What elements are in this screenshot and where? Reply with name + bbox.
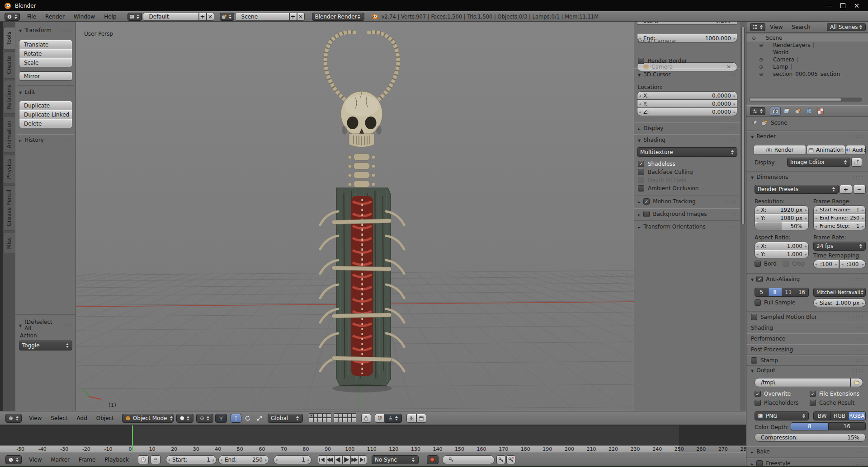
opengl-render-button[interactable] [406,414,416,423]
shading-mode-dropdown[interactable]: Multitexture [637,147,737,157]
panel-header-transform[interactable]: Transform [19,27,72,33]
outliner-hscrollbar-track[interactable] [749,98,862,102]
aspect-x-field[interactable]: X:1.000 [755,242,809,250]
panel-header-background-images[interactable]: Background Images [638,211,737,217]
output-option-file-extensions[interactable]: File Extensions [810,391,866,397]
shelf-tab-misc[interactable]: Misc [4,233,15,254]
close-button[interactable]: ✕ [852,2,862,10]
renderability-camera-icon[interactable] [859,64,864,70]
layer-cell-10[interactable] [352,418,356,422]
render-presets-dropdown[interactable]: Render Presets [755,185,839,194]
panel-drag-dots[interactable] [61,323,72,327]
layer-cell-7[interactable] [313,418,318,422]
maximize-button[interactable] [840,3,845,8]
view3d-menu-select[interactable]: Select [46,415,72,421]
panel-drag-dots[interactable] [852,315,864,319]
layer-cell-9[interactable] [322,418,327,422]
sampled-motion-blur-checkbox[interactable] [751,314,757,320]
motion-tracking-checkbox[interactable] [643,198,650,205]
transform-translate-button[interactable]: Translate [19,40,72,49]
n-panel-scrollbar-thumb[interactable] [741,26,745,225]
panel-header-stamp[interactable]: Stamp [746,355,868,366]
render-button[interactable]: Render [754,145,806,155]
time-remap-new-field[interactable]: :100 [840,260,866,268]
panel-drag-dots[interactable] [852,449,864,454]
cursor-location-x-field[interactable]: X:0.0000 [637,91,737,100]
border-checkbox[interactable] [755,261,761,267]
aa-samples-option-11[interactable]: 11 [782,288,796,297]
placeholders-checkbox[interactable] [755,400,761,406]
edit-duplicate-linked-button[interactable]: Duplicate Linked [19,110,72,119]
panel-drag-dots[interactable] [61,28,72,33]
clear-camera-icon[interactable]: ✕ [726,64,731,70]
av-sync-dropdown[interactable]: No Sync [372,455,419,464]
frame-rate-dropdown[interactable]: 24 fps [813,242,866,251]
shelf-tab-create[interactable]: Create [4,51,15,79]
layer-cell-8[interactable] [318,418,322,422]
redo-action-dropdown[interactable]: Toggle [19,341,72,350]
backface-culling-checkbox[interactable] [638,169,644,175]
layer-cell-7[interactable] [338,418,343,422]
output-option-placeholders[interactable]: Placeholders [755,400,810,406]
play-button[interactable] [342,455,351,464]
editor-type-selector-info[interactable] [5,13,20,21]
browse-output-path-button[interactable] [850,378,863,387]
tab-render[interactable] [770,107,781,116]
expander-plus-icon[interactable] [759,71,766,77]
panel-header-transform-orientations[interactable]: Transform Orientations [638,224,737,230]
layer-cell-2[interactable] [338,413,343,418]
next-keyframe-button[interactable] [350,455,359,464]
add-preset-button[interactable] [840,185,852,194]
shelf-tab-physics[interactable]: Physics [4,154,15,183]
visibility-eye-icon[interactable] [839,71,844,77]
visibility-eye-icon[interactable] [839,57,844,62]
keying-set-field[interactable] [442,455,495,464]
start-frame-field[interactable]: Start Frame:1 [813,205,866,214]
shading-option-backface-culling[interactable]: Backface Culling [638,168,737,176]
outliner-row-renderlayers[interactable]: RenderLayers| [746,42,868,49]
lock-time-cursor-button[interactable] [151,455,160,464]
transform-orientation-dropdown[interactable]: Global [268,414,303,423]
jump-to-end-button[interactable] [359,455,367,464]
expander-plus-icon[interactable] [759,64,766,70]
previous-keyframe-button[interactable] [326,455,335,464]
cursor-location-y-field[interactable]: Y:0.0000 [637,99,737,108]
info-menu-render[interactable]: Render [41,14,69,20]
shelf-tab-grease-pencil[interactable]: Grease Pencil [4,185,15,231]
end-frame-field[interactable]: End Frame:250 [813,214,866,222]
panel-header-post-processing[interactable]: Post Processing [746,344,868,355]
panel-header-shading[interactable]: Shading [638,137,737,143]
depth-of-field-checkbox[interactable] [638,177,644,183]
outliner-row-world[interactable]: World [746,49,868,56]
resolution-x-field[interactable]: X:1920 px [755,205,809,214]
delete-layout-button[interactable] [207,13,214,21]
panel-drag-dots[interactable] [726,224,737,229]
edit-duplicate-button[interactable]: Duplicate [19,101,72,110]
panel-drag-dots[interactable] [852,358,864,363]
tab-world[interactable] [804,107,815,116]
layer-cell-5[interactable] [327,413,331,418]
panel-header-dimensions[interactable]: Dimensions [751,174,864,180]
render-animation-button[interactable]: Animation [807,145,845,155]
minimize-button[interactable]: — [824,2,834,9]
timeline-menu-playback[interactable]: Playback [100,457,133,463]
expander-minus-icon[interactable] [752,35,759,41]
output-option-cache-result[interactable]: Cache Result [810,400,866,406]
outliner-row-section-000-005-section[interactable]: section_000.005_section_ [746,70,868,78]
clip-end-field[interactable]: End:1000.000 [637,34,737,42]
compression-slider[interactable]: Compression:15% [755,433,866,442]
file-format-dropdown[interactable]: PNG [755,411,809,420]
tab-render-layers[interactable] [781,107,792,116]
viewport-shading-dropdown[interactable] [176,414,193,423]
panel-drag-dots[interactable] [852,461,864,466]
timeline-canvas[interactable]: -50-40-30-20-100102030405060708090100110… [0,425,746,452]
aa-samples-option-16[interactable]: 16 [795,288,809,297]
stamp-checkbox[interactable] [751,357,757,364]
info-menu-help[interactable]: Help [99,14,121,20]
outliner-hscrollbar-thumb[interactable] [749,98,842,101]
panel-drag-dots[interactable] [726,212,737,216]
crop-row[interactable]: Crop [783,261,805,267]
shading-option-shadeless[interactable]: Shadeless [638,160,737,168]
panel-header-render[interactable]: Render [751,133,864,140]
panel-header-output[interactable]: Output [751,367,864,374]
